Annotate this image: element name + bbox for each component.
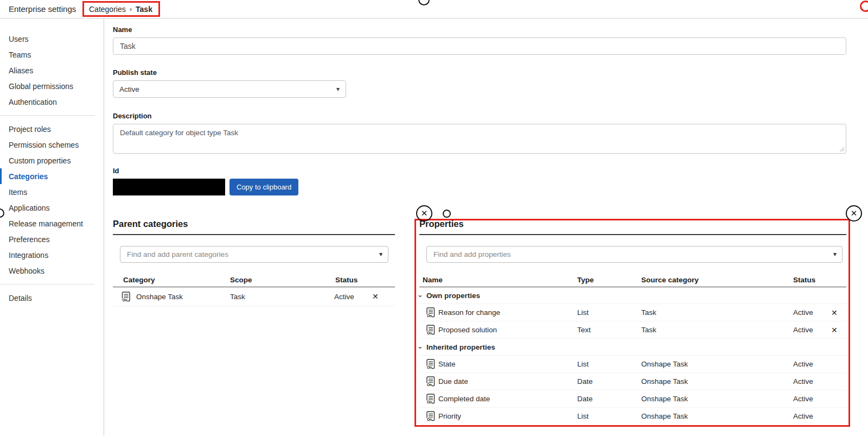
- property-icon: On: [426, 411, 438, 421]
- breadcrumb-parent[interactable]: Categories: [89, 5, 126, 14]
- sidebar-item-custom-properties[interactable]: Custom properties: [0, 153, 104, 168]
- remove-property-button[interactable]: ✕: [831, 308, 846, 317]
- svg-text:On: On: [427, 365, 432, 369]
- column-status: Status: [335, 276, 395, 284]
- breadcrumb: Categories › Task: [82, 1, 160, 17]
- sidebar-item-users[interactable]: Users: [0, 31, 104, 47]
- publish-state-field: Publish state Active ▾: [113, 68, 846, 98]
- property-type: Text: [577, 326, 641, 334]
- column-category: Category: [123, 276, 230, 284]
- id-value-redacted: [113, 179, 225, 195]
- sidebar-item-teams[interactable]: Teams: [0, 47, 104, 62]
- property-source: Task: [641, 308, 793, 317]
- properties-title: Properties: [419, 219, 846, 235]
- sidebar-item-applications[interactable]: Applications: [0, 200, 104, 216]
- property-group-own[interactable]: ⌄ Own properties: [419, 287, 846, 304]
- property-source: Onshape Task: [641, 377, 793, 386]
- property-source: Onshape Task: [641, 360, 793, 368]
- parent-categories-title: Parent categories: [113, 219, 395, 235]
- parent-category-name: Onshape Task: [136, 293, 183, 301]
- publish-state-select[interactable]: Active ▾: [113, 80, 346, 98]
- svg-text:On: On: [123, 298, 127, 302]
- remove-property-button[interactable]: ✕: [831, 326, 846, 334]
- sidebar-item-project-roles[interactable]: Project roles: [0, 121, 104, 137]
- caret-down-icon: ▾: [379, 250, 382, 258]
- property-name: Reason for change: [438, 308, 577, 317]
- copy-to-clipboard-button[interactable]: Copy to clipboard: [229, 179, 298, 195]
- category-detail-main: Name Task Publish state Active ▾ Descrip…: [105, 18, 868, 436]
- parent-category-scope: Task: [230, 293, 334, 301]
- property-type: List: [577, 412, 641, 420]
- app-title: Enterprise settings: [9, 4, 76, 14]
- top-bar: Enterprise settings Categories › Task: [0, 0, 868, 18]
- sidebar-item-integrations[interactable]: Integrations: [0, 247, 104, 263]
- sidebar-item-release-management[interactable]: Release management: [0, 216, 104, 231]
- name-label: Name: [113, 26, 846, 34]
- sidebar-item-global-permissions[interactable]: Global permissions: [0, 78, 104, 94]
- resize-handle-icon[interactable]: [839, 146, 844, 151]
- property-type: List: [577, 308, 641, 317]
- enterprise-settings-page: Enterprise settings Categories › Task Us…: [0, 0, 868, 436]
- sidebar-item-preferences[interactable]: Preferences: [0, 231, 104, 247]
- property-row: On Reason for change List Task Active ✕: [419, 304, 846, 321]
- svg-text:On: On: [427, 383, 432, 387]
- publish-state-label: Publish state: [113, 68, 846, 77]
- property-status: Active: [793, 360, 831, 368]
- svg-text:On: On: [427, 331, 432, 335]
- group-label: Inherited properties: [426, 343, 495, 351]
- caret-down-icon: ▾: [833, 250, 837, 258]
- parent-categories-search[interactable]: Find and add parent categories ▾: [120, 246, 388, 263]
- name-input[interactable]: Task: [113, 37, 846, 55]
- description-textarea[interactable]: Default category for object type Task: [113, 124, 846, 154]
- settings-sidebar: Users Teams Aliases Global permissions A…: [0, 18, 104, 436]
- column-status: Status: [793, 276, 831, 284]
- property-name: Due date: [438, 377, 577, 386]
- publish-state-value: Active: [119, 85, 139, 93]
- properties-search-placeholder: Find and add properties: [433, 250, 511, 258]
- name-input-value: Task: [120, 42, 136, 50]
- property-row: On Due date Date Onshape Task Active: [419, 373, 846, 390]
- property-status: Active: [793, 377, 831, 386]
- property-icon: On: [426, 325, 438, 335]
- parent-categories-panel: Parent categories Find and add parent ca…: [113, 219, 395, 425]
- chevron-down-icon: ⌄: [417, 290, 423, 299]
- property-name: State: [438, 360, 577, 368]
- property-name: Priority: [438, 412, 577, 420]
- column-type: Type: [577, 276, 641, 284]
- category-icon: On: [122, 292, 131, 302]
- sidebar-item-authentication[interactable]: Authentication: [0, 94, 104, 110]
- group-label: Own properties: [426, 292, 480, 300]
- property-status: Active: [793, 308, 831, 317]
- svg-text:On: On: [427, 418, 432, 421]
- property-name: Proposed solution: [438, 326, 577, 334]
- parent-categories-search-placeholder: Find and add parent categories: [127, 250, 228, 258]
- breadcrumb-current: Task: [136, 5, 152, 14]
- column-name: Name: [423, 276, 577, 284]
- property-status: Active: [793, 326, 831, 334]
- properties-table-header: Name Type Source category Status: [419, 273, 846, 287]
- sidebar-item-webhooks[interactable]: Webhooks: [0, 263, 104, 279]
- sidebar-item-categories[interactable]: Categories: [0, 168, 104, 184]
- description-value: Default category for object type Task: [120, 129, 238, 137]
- caret-down-icon: ▾: [336, 85, 340, 93]
- properties-panel: Properties Find and add properties ▾ Nam…: [419, 219, 846, 425]
- column-source-category: Source category: [641, 276, 793, 284]
- sidebar-item-aliases[interactable]: Aliases: [0, 62, 104, 78]
- breadcrumb-separator-icon: ›: [130, 5, 132, 13]
- remove-parent-category-button[interactable]: ✕: [372, 292, 395, 301]
- property-type: Date: [577, 395, 641, 403]
- sidebar-item-details[interactable]: Details: [0, 290, 104, 306]
- description-field: Description Default category for object …: [113, 112, 846, 154]
- property-row: On Proposed solution Text Task Active ✕: [419, 321, 846, 339]
- id-label: Id: [113, 167, 846, 175]
- chevron-down-icon: ⌄: [417, 342, 423, 350]
- property-status: Active: [793, 395, 831, 403]
- property-group-inherited[interactable]: ⌄ Inherited properties: [419, 339, 846, 356]
- property-status: Active: [793, 412, 831, 420]
- property-source: Task: [641, 326, 793, 334]
- sidebar-item-permission-schemes[interactable]: Permission schemes: [0, 137, 104, 153]
- name-field: Name Task: [113, 26, 846, 55]
- property-icon: On: [426, 307, 438, 318]
- properties-search[interactable]: Find and add properties ▾: [426, 246, 843, 263]
- sidebar-item-items[interactable]: Items: [0, 184, 104, 200]
